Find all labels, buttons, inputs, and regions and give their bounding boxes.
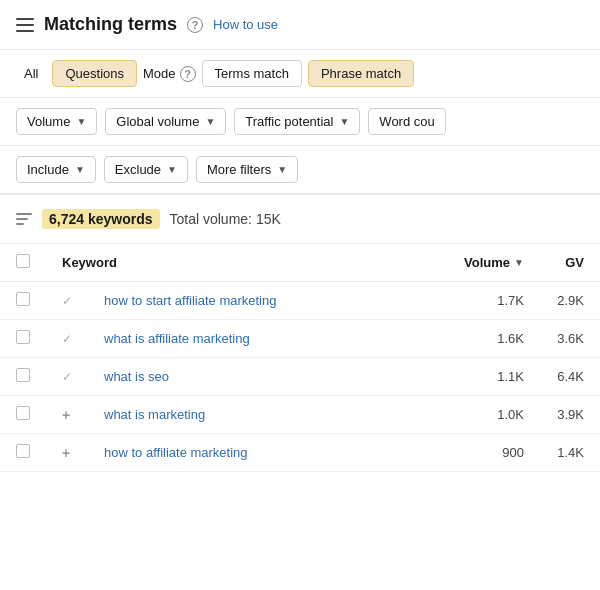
plus-icon: +	[62, 407, 70, 423]
header-gv-col: GV	[540, 244, 600, 282]
help-icon[interactable]: ?	[187, 17, 203, 33]
more-filters[interactable]: More filters ▼	[196, 156, 298, 183]
header-volume-col[interactable]: Volume ▼	[448, 244, 540, 282]
column-filter-bar: Volume ▼ Global volume ▼ Traffic potenti…	[0, 98, 600, 146]
traffic-potential-filter-arrow: ▼	[339, 116, 349, 127]
traffic-potential-filter[interactable]: Traffic potential ▼	[234, 108, 360, 135]
row-gv: 2.9K	[540, 282, 600, 320]
row-volume: 1.1K	[448, 358, 540, 396]
mode-help-icon[interactable]: ?	[180, 66, 196, 82]
row-checkbox[interactable]	[16, 330, 30, 344]
row-keyword[interactable]: what is affiliate marketing	[88, 320, 448, 358]
row-status-icon: +	[46, 434, 88, 472]
volume-sort-arrow: ▼	[514, 257, 524, 268]
plus-icon: +	[62, 445, 70, 461]
row-volume: 1.7K	[448, 282, 540, 320]
row-checkbox-cell	[0, 320, 46, 358]
more-filters-arrow: ▼	[277, 164, 287, 175]
include-filter-arrow: ▼	[75, 164, 85, 175]
row-gv: 3.6K	[540, 320, 600, 358]
volume-filter[interactable]: Volume ▼	[16, 108, 97, 135]
table-row: +what is marketing1.0K3.9K	[0, 396, 600, 434]
table-row: +how to affiliate marketing9001.4K	[0, 434, 600, 472]
header-checkbox-col	[0, 244, 46, 282]
tab-all[interactable]: All	[16, 61, 46, 86]
row-checkbox[interactable]	[16, 368, 30, 382]
exclude-filter-arrow: ▼	[167, 164, 177, 175]
keyword-count-badge: 6,724 keywords	[42, 209, 160, 229]
row-volume: 1.0K	[448, 396, 540, 434]
global-volume-filter[interactable]: Global volume ▼	[105, 108, 226, 135]
row-checkbox[interactable]	[16, 292, 30, 306]
row-status-icon: ✓	[46, 320, 88, 358]
tab-terms-match[interactable]: Terms match	[202, 60, 302, 87]
row-checkbox-cell	[0, 434, 46, 472]
row-gv: 6.4K	[540, 358, 600, 396]
tab-phrase-match[interactable]: Phrase match	[308, 60, 414, 87]
row-checkbox-cell	[0, 282, 46, 320]
checkmark-icon: ✓	[62, 332, 72, 346]
exclude-filter[interactable]: Exclude ▼	[104, 156, 188, 183]
row-volume: 900	[448, 434, 540, 472]
row-checkbox-cell	[0, 396, 46, 434]
checkmark-icon: ✓	[62, 370, 72, 384]
volume-filter-arrow: ▼	[76, 116, 86, 127]
header: Matching terms ? How to use	[0, 0, 600, 50]
checkmark-icon: ✓	[62, 294, 72, 308]
row-keyword[interactable]: what is marketing	[88, 396, 448, 434]
include-exclude-bar: Include ▼ Exclude ▼ More filters ▼	[0, 146, 600, 195]
row-checkbox[interactable]	[16, 444, 30, 458]
row-status-icon: ✓	[46, 282, 88, 320]
word-count-filter[interactable]: Word cou	[368, 108, 445, 135]
menu-icon[interactable]	[16, 18, 34, 32]
select-all-checkbox[interactable]	[16, 254, 30, 268]
include-filter[interactable]: Include ▼	[16, 156, 96, 183]
global-volume-filter-arrow: ▼	[205, 116, 215, 127]
row-status-icon: +	[46, 396, 88, 434]
row-volume: 1.6K	[448, 320, 540, 358]
row-checkbox[interactable]	[16, 406, 30, 420]
row-keyword[interactable]: what is seo	[88, 358, 448, 396]
row-keyword[interactable]: how to affiliate marketing	[88, 434, 448, 472]
row-status-icon: ✓	[46, 358, 88, 396]
table-row: ✓what is seo1.1K6.4K	[0, 358, 600, 396]
mode-label: Mode ?	[143, 66, 196, 82]
row-checkbox-cell	[0, 358, 46, 396]
keyword-table: Keyword Volume ▼ GV ✓how to start affili…	[0, 244, 600, 472]
table-header-row: Keyword Volume ▼ GV	[0, 244, 600, 282]
total-volume: Total volume: 15K	[170, 211, 281, 227]
sort-icon[interactable]	[16, 213, 32, 225]
table-row: ✓how to start affiliate marketing1.7K2.9…	[0, 282, 600, 320]
mode-filter-bar: All Questions Mode ? Terms match Phrase …	[0, 50, 600, 98]
tab-questions[interactable]: Questions	[52, 60, 137, 87]
page-title: Matching terms	[44, 14, 177, 35]
summary-bar: 6,724 keywords Total volume: 15K	[0, 195, 600, 244]
header-keyword-col: Keyword	[46, 244, 448, 282]
table-row: ✓what is affiliate marketing1.6K3.6K	[0, 320, 600, 358]
row-keyword[interactable]: how to start affiliate marketing	[88, 282, 448, 320]
how-to-use-link[interactable]: How to use	[213, 17, 278, 32]
row-gv: 3.9K	[540, 396, 600, 434]
row-gv: 1.4K	[540, 434, 600, 472]
